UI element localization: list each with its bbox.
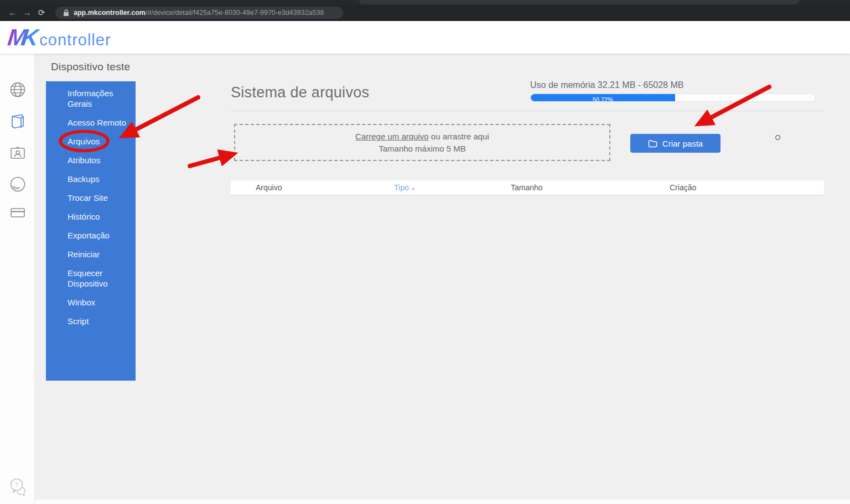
memory-progress-bar: 50.72% <box>530 93 816 102</box>
icon-rail <box>0 54 35 504</box>
column-header-arquivo[interactable]: Arquivo <box>256 183 282 192</box>
address-bar[interactable]: app.mkcontroller.com/#/device/detail/f42… <box>55 7 343 19</box>
section-divider <box>231 111 824 111</box>
sidebar-item-informacoes-gerais[interactable]: Informações Gerais <box>68 88 131 109</box>
sidebar-item-backups[interactable]: Backups <box>68 174 131 184</box>
memory-usage-label: Uso de memória 32.21 MB - 65028 MB <box>530 80 683 90</box>
sort-asc-icon: ▲ <box>411 186 416 191</box>
folder-icon <box>648 139 657 148</box>
content-area <box>35 54 850 504</box>
sidebar-item-arquivos[interactable]: Arquivos <box>68 136 131 147</box>
mkcontroller-logo[interactable]: MK controller <box>8 25 111 50</box>
column-header-criacao[interactable]: Criação <box>670 183 696 192</box>
sidebar-item-esquecer-dispositivo[interactable]: Esquecer Dispositivo <box>68 268 131 289</box>
sidebar-item-reiniciar[interactable]: Reiniciar <box>68 249 131 259</box>
svg-text:?: ? <box>15 481 18 488</box>
device-menu: Informações Gerais Acesso Remoto Arquivo… <box>46 81 136 381</box>
column-header-tipo-label: Tipo <box>394 183 409 192</box>
card-icon[interactable] <box>9 204 26 221</box>
device-book-icon[interactable] <box>9 113 26 129</box>
files-table-header: Arquivo Tipo▲ Tamanho Criação <box>231 180 824 195</box>
routerboard-ball-icon[interactable] <box>9 176 26 193</box>
upload-instruction-rest: ou arrastre aqui <box>429 132 489 141</box>
sidebar-item-trocar-site[interactable]: Trocar Site <box>68 193 131 203</box>
browser-tab-right <box>797 0 850 4</box>
create-folder-button[interactable]: Criar pasta <box>630 134 721 153</box>
globe-icon[interactable] <box>9 81 26 98</box>
sidebar-item-historico[interactable]: Histórico <box>68 211 131 222</box>
help-chat-icon[interactable]: ? <box>8 477 29 497</box>
id-badge-icon[interactable] <box>9 144 26 161</box>
sidebar-item-atributos[interactable]: Atributos <box>68 155 131 165</box>
url-host: app.mkcontroller.com <box>74 9 146 17</box>
create-folder-label: Criar pasta <box>662 139 703 148</box>
logo-wordmark: controller <box>39 31 111 49</box>
browser-tab[interactable] <box>0 0 361 4</box>
column-header-tipo[interactable]: Tipo▲ <box>394 183 416 192</box>
upload-instruction: Carrege um arquivo ou arrastre aqui <box>355 132 489 141</box>
forward-icon[interactable]: → <box>20 8 34 18</box>
url-path: /#/device/detail/f425a75e-8030-49e7-9970… <box>146 9 324 17</box>
sidebar-item-winbox[interactable]: Winbox <box>68 297 131 308</box>
device-title: Dispositivo teste <box>51 61 130 73</box>
app-header: MK controller <box>0 21 850 54</box>
browser-tab-strip <box>0 0 850 4</box>
memory-percent-label: 50.72% <box>593 96 613 102</box>
file-upload-dropzone[interactable]: Carrege um arquivo ou arrastre aqui Tama… <box>234 124 610 161</box>
back-icon[interactable]: ← <box>6 8 20 18</box>
memory-progress-fill: 50.72% <box>531 94 675 101</box>
url-text: app.mkcontroller.com/#/device/detail/f42… <box>74 9 324 17</box>
sidebar-item-exportacao[interactable]: Exportação <box>68 230 131 241</box>
upload-file-link[interactable]: Carrege um arquivo <box>355 132 429 141</box>
column-header-tamanho[interactable]: Tamanho <box>511 183 543 192</box>
bottom-strip <box>0 500 850 504</box>
page-title: Sistema de arquivos <box>231 84 369 101</box>
reload-icon[interactable]: ⟳ <box>34 8 49 18</box>
small-circle-marker <box>775 135 780 140</box>
sidebar-item-script[interactable]: Script <box>68 316 131 326</box>
browser-toolbar: ← → ⟳ app.mkcontroller.com/#/device/deta… <box>0 4 850 21</box>
sidebar-item-acesso-remoto[interactable]: Acesso Remoto <box>68 117 131 128</box>
lock-icon <box>63 9 69 17</box>
upload-size-limit: Tamanho máximo 5 MB <box>379 144 466 153</box>
logo-mk-glyph: MK <box>7 25 41 50</box>
